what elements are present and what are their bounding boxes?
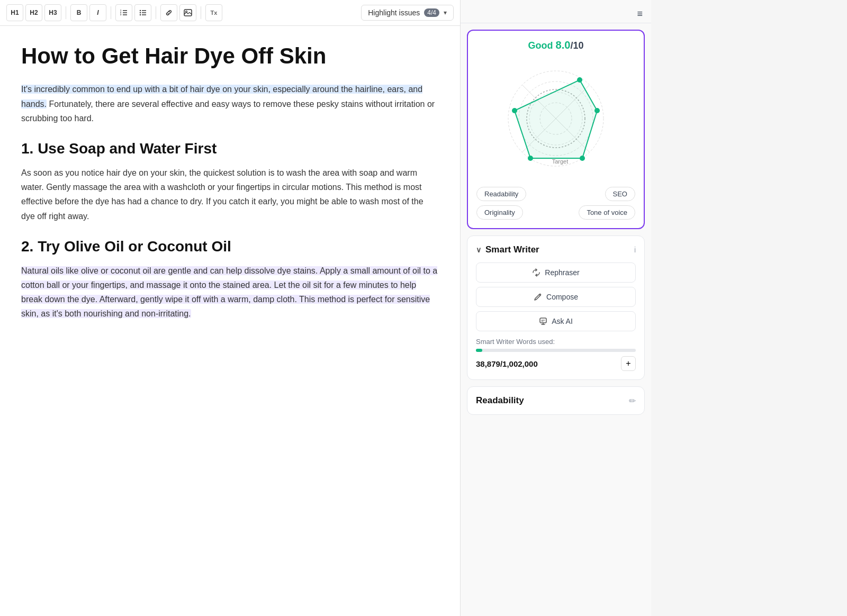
smart-writer-label: Smart Writer [485,244,539,255]
sidebar: ≡ Good 8.0/10 [461,0,651,616]
svg-point-28 [512,108,517,113]
unordered-list-button[interactable] [134,4,151,21]
editor-content[interactable]: How to Get Hair Dye Off Skin It's incred… [0,26,460,616]
toolbar-divider-4 [201,6,201,19]
words-used-label: Smart Writer Words used: [476,338,636,346]
score-good-label: Good [528,40,556,51]
h3-button[interactable]: H3 [44,4,61,21]
link-button[interactable] [160,4,177,21]
link-icon [165,8,173,17]
toolbar-divider-2 [111,6,111,19]
words-count-value: 38,879/1,002,000 [476,359,538,368]
image-button[interactable] [179,4,196,21]
info-icon[interactable]: i [634,246,636,254]
compose-label: Compose [546,293,578,301]
smart-writer-title: ∨ Smart Writer [476,244,539,255]
editor-area: H1 H2 H3 B I 1 2 3 [0,0,461,616]
compose-icon [534,293,542,301]
readability-edit-icon[interactable]: ✏ [629,396,636,406]
highlight-chevron: ▾ [444,9,447,16]
ask-ai-button[interactable]: Ask AI [476,311,636,331]
score-total: /10 [570,40,583,51]
image-icon [184,8,192,17]
add-words-button[interactable]: + [621,356,636,371]
toolbar-divider-3 [156,6,156,19]
radar-labels-bottom: Originality Tone of voice [476,205,635,220]
ordered-list-button[interactable]: 1 2 3 [115,4,132,21]
rephraser-icon [532,268,540,277]
score-number: 8.0 [556,39,571,51]
toolbar: H1 H2 H3 B I 1 2 3 [0,0,460,26]
smart-writer-panel: ∨ Smart Writer i Rephraser Compose [467,235,645,380]
readability-title: Readability [476,395,524,406]
svg-marker-23 [515,80,597,158]
intro-rest: Fortunately, there are several effective… [21,99,435,123]
toolbar-divider-1 [66,6,66,19]
readability-label[interactable]: Readability [476,187,526,201]
ordered-list-icon: 1 2 3 [120,8,128,17]
radar-labels: Readability SEO [476,187,635,201]
section2-highlighted: Natural oils like olive or coconut oil a… [21,266,437,319]
highlight-dropdown[interactable]: Highlight issues 4/4 ▾ [361,5,454,21]
unordered-list-icon [139,8,147,17]
radar-svg: Target [482,58,630,185]
sidebar-top-bar: ≡ [461,0,651,23]
readability-panel: Readability ✏ [467,386,645,415]
hamburger-menu[interactable]: ≡ [637,8,643,20]
svg-point-27 [528,156,533,161]
h1-button[interactable]: H1 [6,4,23,21]
intro-paragraph: It's incredibly common to end up with a … [21,82,439,125]
svg-text:3: 3 [120,13,122,16]
svg-point-26 [580,156,585,161]
rephraser-label: Rephraser [545,268,579,277]
compose-button[interactable]: Compose [476,287,636,307]
svg-point-10 [140,12,141,13]
words-progress-fill [476,349,482,352]
tone-of-voice-label[interactable]: Tone of voice [579,205,635,220]
svg-point-11 [140,14,141,15]
section2-text: Natural oils like olive or coconut oil a… [21,264,439,321]
bold-button[interactable]: B [70,4,87,21]
highlight-label: Highlight issues [368,8,420,17]
highlight-count: 4/4 [424,8,439,17]
smart-writer-header: ∨ Smart Writer i [476,244,636,255]
readability-header: Readability ✏ [476,395,636,406]
section1-text: As soon as you notice hair dye on your s… [21,166,439,223]
italic-button[interactable]: I [89,4,106,21]
article-title: How to Get Hair Dye Off Skin [21,43,439,69]
section2-title: 2. Try Olive Oil or Coconut Oil [21,238,439,255]
section1-title: 1. Use Soap and Water First [21,140,439,157]
svg-point-24 [577,77,582,83]
seo-label[interactable]: SEO [605,187,635,201]
svg-rect-12 [184,10,192,16]
ask-ai-label: Ask AI [552,317,573,325]
score-header: Good 8.0/10 [476,39,635,51]
radar-chart: Target [482,58,630,185]
collapse-chevron-icon[interactable]: ∨ [476,246,481,254]
score-widget: Good 8.0/10 [467,30,645,229]
clear-format-button[interactable]: Tx [205,4,222,21]
originality-label[interactable]: Originality [476,205,523,220]
h2-button[interactable]: H2 [25,4,42,21]
svg-point-9 [140,10,141,11]
ask-ai-icon [539,317,547,325]
words-count-row: 38,879/1,002,000 + [476,356,636,371]
svg-text:Target: Target [552,158,569,165]
words-progress-bar [476,349,636,352]
svg-point-25 [594,108,600,113]
rephraser-button[interactable]: Rephraser [476,262,636,283]
